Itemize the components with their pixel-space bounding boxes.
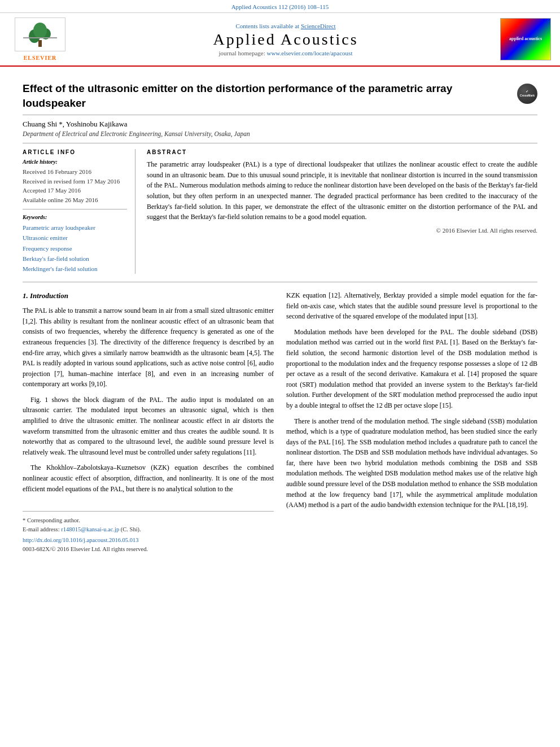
svg-rect-4 bbox=[23, 37, 57, 38]
body-para-1: The PAL is able to transmit a narrow sou… bbox=[23, 305, 274, 390]
history-online: Available online 26 May 2016 bbox=[23, 195, 127, 205]
email-line: E-mail address: r148015@kansai-u.ac.jp (… bbox=[23, 525, 274, 534]
homepage-link[interactable]: www.elsevier.com/locate/apacoust bbox=[266, 50, 352, 56]
svg-point-3 bbox=[33, 23, 47, 38]
article-info-heading: ARTICLE INFO bbox=[23, 149, 127, 155]
svg-rect-0 bbox=[38, 40, 42, 47]
body-para-r1: KZK equation [12]. Alternatively, Berkta… bbox=[286, 290, 537, 322]
sciencedirect-anchor[interactable]: ScienceDirect bbox=[301, 23, 336, 29]
keyword-4: Berktay's far-field solution bbox=[23, 254, 127, 264]
email-link[interactable]: r148015@kansai-u.ac.jp bbox=[61, 526, 121, 532]
body-para-r2: Modulation methods have been developed f… bbox=[286, 327, 537, 411]
history-revised: Received in revised form 17 May 2016 bbox=[23, 177, 127, 186]
footer-doi[interactable]: http://dx.doi.org/10.1016/j.apacoust.201… bbox=[23, 536, 274, 545]
page-footer: * Corresponding author. E-mail address: … bbox=[23, 511, 274, 554]
history-received: Received 16 February 2016 bbox=[23, 167, 127, 177]
keyword-3: Frequency response bbox=[23, 243, 127, 254]
body-para-2: Fig. 1 shows the block diagram of the PA… bbox=[23, 395, 274, 458]
crossmark-badge[interactable]: ✓CrossMark bbox=[517, 84, 537, 104]
abstract-heading: ABSTRACT bbox=[147, 149, 537, 155]
journal-title: Applied Acoustics bbox=[71, 30, 500, 49]
crossmark-icon: ✓CrossMark bbox=[517, 84, 537, 104]
keyword-2: Ultrasonic emitter bbox=[23, 233, 127, 243]
body-divider bbox=[23, 282, 537, 282]
journal-logo-image: applied acoustics bbox=[500, 18, 551, 60]
body-column-left: 1. Introduction The PAL is able to trans… bbox=[23, 290, 274, 554]
abstract-copyright: © 2016 Elsevier Ltd. All rights reserved… bbox=[147, 227, 537, 234]
history-accepted: Accepted 17 May 2016 bbox=[23, 186, 127, 195]
article-title-section: Effect of the ultrasonic emitter on the … bbox=[23, 72, 537, 115]
keyword-1: Parametric array loudspeaker bbox=[23, 222, 127, 233]
elsevier-logo-image bbox=[15, 18, 65, 51]
corresponding-note: * Corresponding author. bbox=[23, 516, 274, 525]
elsevier-wordmark: ELSEVIER bbox=[24, 55, 57, 61]
body-columns: 1. Introduction The PAL is able to trans… bbox=[23, 290, 537, 554]
keyword-5: Merklinger's far-field solution bbox=[23, 264, 127, 274]
article-info-panel: ARTICLE INFO Article history: Received 1… bbox=[23, 149, 135, 274]
affiliation: Department of Electrical and Electronic … bbox=[23, 130, 537, 137]
journal-header: ELSEVIER Contents lists available at Sci… bbox=[0, 13, 560, 67]
journal-top-bar: Applied Acoustics 112 (2016) 108–115 bbox=[0, 0, 560, 13]
article-content: Effect of the ultrasonic emitter on the … bbox=[0, 67, 560, 565]
journal-citation: Applied Acoustics 112 (2016) 108–115 bbox=[231, 3, 329, 10]
article-title: Effect of the ultrasonic emitter on the … bbox=[23, 81, 485, 110]
homepage-url: journal homepage: www.elsevier.com/locat… bbox=[71, 50, 500, 56]
body-para-3: The Khokhlov–Zabolotskaya–Kuznetsov (KZK… bbox=[23, 462, 274, 494]
keywords-list: Parametric array loudspeaker Ultrasonic … bbox=[23, 222, 127, 274]
sciencedirect-link[interactable]: Contents lists available at ScienceDirec… bbox=[71, 23, 500, 29]
info-divider bbox=[23, 209, 127, 209]
body-para-r3: There is another trend of the modulation… bbox=[286, 416, 537, 510]
abstract-section: ABSTRACT The parametric array loudspeake… bbox=[147, 149, 537, 274]
section1-title: 1. Introduction bbox=[23, 290, 274, 302]
history-label: Article history: bbox=[23, 159, 127, 165]
body-column-right: KZK equation [12]. Alternatively, Berkta… bbox=[286, 290, 537, 554]
abstract-text: The parametric array loudspeaker (PAL) i… bbox=[147, 159, 537, 222]
journal-center-info: Contents lists available at ScienceDirec… bbox=[71, 23, 500, 56]
footer-issn: 0003-682X/© 2016 Elsevier Ltd. All right… bbox=[23, 545, 274, 554]
article-meta: ARTICLE INFO Article history: Received 1… bbox=[23, 143, 537, 274]
keywords-label: Keywords: bbox=[23, 214, 127, 220]
elsevier-logo-section: ELSEVIER bbox=[9, 18, 71, 61]
authors-line: Chuang Shi *, Yoshinobu Kajikawa bbox=[23, 120, 537, 129]
